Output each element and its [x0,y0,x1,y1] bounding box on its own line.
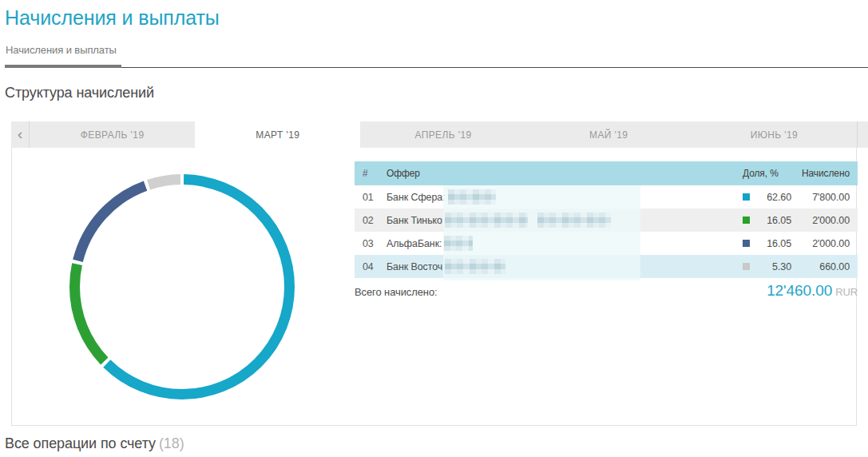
redacted-text [445,213,528,228]
row-num: 01 [355,192,386,203]
tab-may-19[interactable]: МАЙ '19 [526,121,692,148]
legend-color-marker [743,217,750,224]
offer-name: Банк Тинько [386,215,442,226]
accruals-donut-chart [62,167,302,407]
legend-color-marker [743,240,750,247]
share-value: 16.05 [767,238,791,249]
accrued-value: 2'000.00 [799,238,858,249]
header-num: # [355,168,386,179]
accrued-value: 2'000.00 [799,215,858,226]
month-bar-stub [857,121,868,148]
operations-count: (18) [159,435,184,451]
operations-heading: Все операции по счету(18) [5,435,184,452]
redacted-text [537,213,611,228]
total-accrued-row: Всего начислено: 12'460.00RUR [355,282,858,300]
accrued-value: 660.00 [799,261,858,272]
tab-june-19[interactable]: ИЮНЬ '19 [692,121,857,148]
redacted-text [445,259,505,274]
offers-table-header: # Оффер Доля, % Начислено [355,161,858,185]
redacted-text [448,189,496,205]
tab-accruals-and-payouts[interactable]: Начисления и выплаты [6,44,117,56]
donut-chart-svg [62,167,302,407]
total-accrued-value: 12'460.00 [767,282,832,299]
month-tab-bar: ‹ ФЕВРАЛЬ '19 МАРТ '19 АПРЕЛЬ '19 МАЙ '1… [11,121,868,148]
offer-name: Банк Сфера: [386,192,446,203]
row-num: 04 [355,261,386,272]
page-title: Начисления и выплаты [5,6,220,30]
active-tab-indicator [5,65,121,68]
redacted-text [444,236,473,251]
accruals-page: Начисления и выплаты Начисления и выплат… [0,0,868,457]
header-accrued: Начислено [799,168,858,179]
accrual-structure-panel: # Оффер Доля, % Начислено 01 Банк Сфера:… [11,148,857,426]
total-accrued-label: Всего начислено: [355,286,438,298]
row-num: 02 [355,215,386,226]
tab-february-19[interactable]: ФЕВРАЛЬ '19 [30,121,195,148]
tab-april-19[interactable]: АПРЕЛЬ '19 [360,121,525,148]
operations-heading-text: Все операции по счету [5,435,156,451]
currency-label: RUR [835,286,858,298]
chevron-left-icon: ‹ [18,126,22,141]
header-share: Доля, % [743,168,779,179]
header-offer: Оффер [386,168,743,179]
share-value: 16.05 [767,215,791,226]
offer-name: АльфаБанк: [386,238,442,249]
section-title-accrual-structure: Структура начислений [5,85,154,101]
share-value: 62.60 [767,192,791,203]
tab-march-19[interactable]: МАРТ '19 [195,121,360,148]
accrued-value: 7'800.00 [799,192,858,203]
previous-month-button[interactable]: ‹ [11,121,30,148]
share-value: 5.30 [772,261,791,272]
legend-color-marker [743,263,750,270]
offer-name: Банк Восточ [386,261,442,272]
tab-underline [5,67,868,68]
row-num: 03 [355,238,386,249]
legend-color-marker [743,193,750,201]
